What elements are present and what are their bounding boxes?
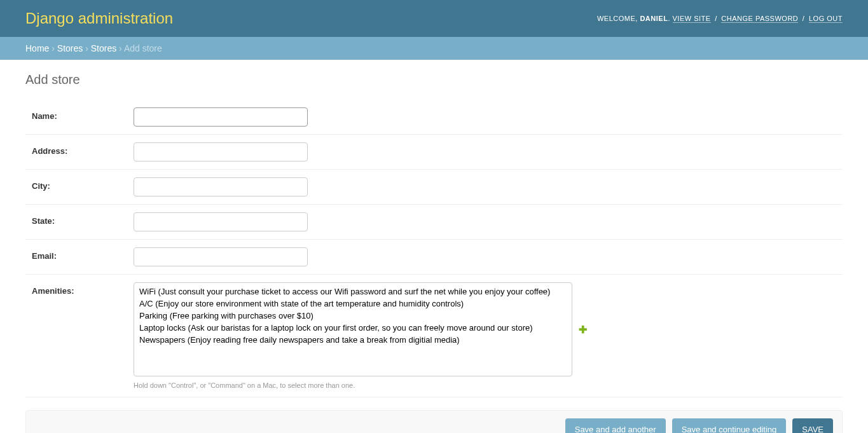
address-label: Address: xyxy=(32,142,134,156)
form-row-name: Name: xyxy=(25,100,843,135)
amenities-help: Hold down "Control", or "Command" on a M… xyxy=(134,381,587,389)
admin-header: Django administration WELCOME, DANIEL. V… xyxy=(0,0,868,37)
branding: Django administration xyxy=(25,10,173,27)
username: DANIEL xyxy=(640,15,668,22)
email-label: Email: xyxy=(32,247,134,261)
form-row-amenities: Amenities: WiFi (Just consult your purch… xyxy=(25,275,843,397)
welcome-text: WELCOME, xyxy=(597,15,640,22)
view-site-link[interactable]: VIEW SITE xyxy=(673,15,711,23)
form-row-state: State: xyxy=(25,205,843,240)
add-amenity-button[interactable]: ✚ xyxy=(579,324,587,336)
amenities-option[interactable]: A/C (Enjoy our store environment with st… xyxy=(137,298,569,310)
amenities-option[interactable]: Parking (Free parking with purchases ove… xyxy=(137,310,569,322)
form-row-city: City: xyxy=(25,170,843,205)
amenities-option[interactable]: Laptop locks (Ask our baristas for a lap… xyxy=(137,322,569,334)
form-fieldset: Name: Address: City: State: Email: Ameni… xyxy=(25,100,843,397)
address-input[interactable] xyxy=(134,142,308,162)
submit-row: Save and add another Save and continue e… xyxy=(25,410,843,433)
breadcrumb-app[interactable]: Stores xyxy=(57,43,83,53)
city-label: City: xyxy=(32,177,134,191)
form-row-address: Address: xyxy=(25,135,843,170)
amenities-select[interactable]: WiFi (Just consult your purchase ticket … xyxy=(134,282,572,376)
plus-icon: ✚ xyxy=(579,324,587,335)
content: Add store Name: Address: City: State: Em… xyxy=(0,60,868,433)
state-label: State: xyxy=(32,212,134,226)
name-input[interactable] xyxy=(134,107,308,127)
breadcrumb-current: Add store xyxy=(124,43,162,53)
change-password-link[interactable]: CHANGE PASSWORD xyxy=(721,15,798,23)
email-input[interactable] xyxy=(134,247,308,266)
user-tools: WELCOME, DANIEL. VIEW SITE / CHANGE PASS… xyxy=(597,15,843,22)
breadcrumb-model[interactable]: Stores xyxy=(91,43,116,53)
save-add-another-button[interactable]: Save and add another xyxy=(565,418,666,433)
state-input[interactable] xyxy=(134,212,308,231)
page-title: Add store xyxy=(25,72,843,87)
breadcrumb: Home › Stores › Stores › Add store xyxy=(0,37,868,60)
site-title: Django administration xyxy=(25,10,173,27)
save-button[interactable]: SAVE xyxy=(792,418,833,433)
breadcrumb-home[interactable]: Home xyxy=(25,43,49,53)
amenities-label: Amenities: xyxy=(32,282,134,296)
city-input[interactable] xyxy=(134,177,308,196)
name-label: Name: xyxy=(32,107,134,121)
amenities-option[interactable]: WiFi (Just consult your purchase ticket … xyxy=(137,285,569,298)
save-continue-button[interactable]: Save and continue editing xyxy=(672,418,787,433)
logout-link[interactable]: LOG OUT xyxy=(809,15,843,23)
amenities-option[interactable]: Newspapers (Enjoy reading free daily new… xyxy=(137,334,569,346)
form-row-email: Email: xyxy=(25,240,843,275)
